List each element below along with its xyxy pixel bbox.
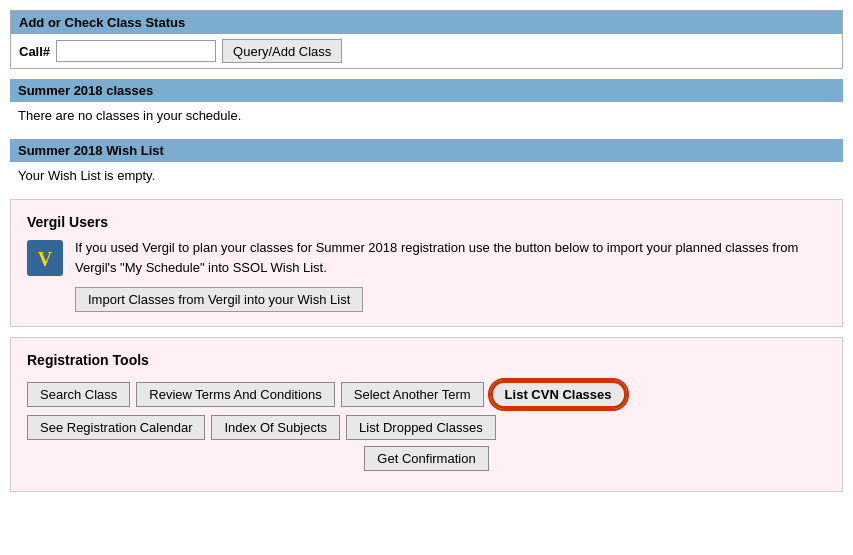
- summer-classes-header: Summer 2018 classes: [10, 79, 843, 102]
- list-dropped-classes-button[interactable]: List Dropped Classes: [346, 415, 496, 440]
- review-terms-button[interactable]: Review Terms And Conditions: [136, 382, 334, 407]
- summer-classes-message: There are no classes in your schedule.: [10, 102, 843, 129]
- wish-list-section: Summer 2018 Wish List Your Wish List is …: [10, 139, 843, 189]
- query-add-class-button[interactable]: Query/Add Class: [222, 39, 342, 63]
- list-cvn-classes-button[interactable]: List CVN Classes: [490, 380, 627, 409]
- see-registration-calendar-button[interactable]: See Registration Calendar: [27, 415, 205, 440]
- vergil-logo-icon: V: [27, 240, 63, 276]
- reg-tools-title: Registration Tools: [27, 352, 826, 368]
- wish-list-header: Summer 2018 Wish List: [10, 139, 843, 162]
- select-another-term-button[interactable]: Select Another Term: [341, 382, 484, 407]
- tools-row-3: Get Confirmation: [27, 446, 826, 471]
- wish-list-message: Your Wish List is empty.: [10, 162, 843, 189]
- add-class-header: Add or Check Class Status: [11, 11, 842, 34]
- get-confirmation-button[interactable]: Get Confirmation: [364, 446, 488, 471]
- vergil-section: Vergil Users V If you used Vergil to pla…: [10, 199, 843, 327]
- vergil-title: Vergil Users: [27, 214, 826, 230]
- registration-tools-section: Registration Tools Search Class Review T…: [10, 337, 843, 492]
- tools-row-2: See Registration Calendar Index Of Subje…: [27, 415, 826, 440]
- tools-row-1: Search Class Review Terms And Conditions…: [27, 380, 826, 409]
- search-class-button[interactable]: Search Class: [27, 382, 130, 407]
- call-number-input[interactable]: [56, 40, 216, 62]
- import-vergil-button[interactable]: Import Classes from Vergil into your Wis…: [75, 287, 363, 312]
- vergil-description: If you used Vergil to plan your classes …: [75, 238, 826, 277]
- add-class-section: Add or Check Class Status Call# Query/Ad…: [10, 10, 843, 69]
- call-label: Call#: [19, 44, 50, 59]
- svg-text:V: V: [38, 248, 53, 270]
- summer-classes-section: Summer 2018 classes There are no classes…: [10, 79, 843, 129]
- index-of-subjects-button[interactable]: Index Of Subjects: [211, 415, 340, 440]
